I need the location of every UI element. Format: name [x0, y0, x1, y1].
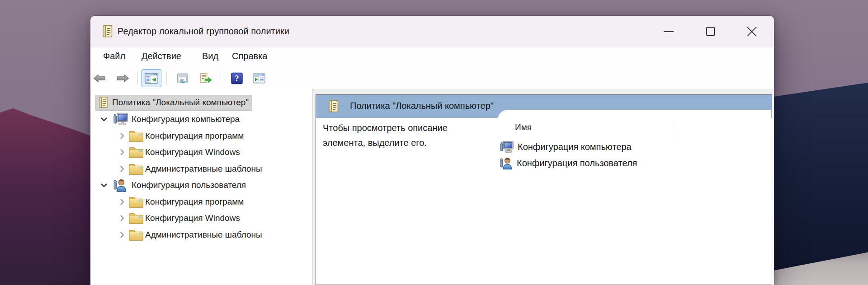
- folder-icon: [128, 129, 144, 143]
- tree-item-label: Конфигурация компьютера: [132, 114, 240, 124]
- description-line: Чтобы просмотреть описание: [323, 121, 448, 135]
- details-panel: Политика "Локальный компьютер" Чтобы про…: [316, 94, 772, 285]
- close-icon: [746, 26, 758, 37]
- tree-item-label: Конфигурация пользователя: [132, 180, 246, 190]
- console-content: Политика "Локальный компьютер" Конфигура…: [90, 89, 774, 285]
- folder-icon: [128, 211, 144, 225]
- show-console-tree-button[interactable]: [142, 69, 161, 87]
- minimize-button[interactable]: [656, 21, 682, 42]
- window-titlebar[interactable]: Редактор локальной групповой политики: [90, 16, 774, 47]
- folder-icon: [128, 162, 144, 176]
- gpo-scroll-icon: [98, 96, 108, 109]
- export-list-icon: [199, 72, 212, 84]
- folder-icon: [128, 228, 144, 242]
- gpedit-window: Редактор локальной групповой политики Фа…: [90, 16, 774, 285]
- gpo-scroll-icon: [101, 24, 113, 38]
- items-list-pane[interactable]: Имя Конфигурация компьютера Конфигурация…: [498, 110, 771, 284]
- chevron-right-icon[interactable]: [118, 165, 126, 173]
- tree-item-label: Конфигурация программ: [145, 197, 244, 207]
- maximize-button[interactable]: [698, 21, 724, 42]
- tree-item-label: Конфигурация программ: [145, 131, 244, 141]
- wallpaper-pink-hill: [0, 0, 93, 285]
- menu-bar: Файл Действие Вид Справка: [90, 47, 774, 67]
- show-action-pane-button[interactable]: [250, 69, 269, 87]
- list-item-label: Конфигурация пользователя: [517, 158, 637, 168]
- chevron-right-icon[interactable]: [118, 231, 126, 239]
- menu-file[interactable]: Файл: [103, 51, 125, 61]
- window-title: Редактор локальной групповой политики: [118, 26, 289, 37]
- gpo-scroll-icon: [327, 99, 340, 113]
- properties-button[interactable]: [174, 69, 192, 87]
- toolbar: [90, 67, 774, 89]
- user-icon: [113, 178, 127, 192]
- chevron-right-icon[interactable]: [118, 148, 126, 156]
- close-button[interactable]: [739, 21, 765, 42]
- tree-item-user-configuration[interactable]: Конфигурация пользователя: [91, 178, 321, 193]
- description-line: элемента, выделите его.: [323, 135, 448, 150]
- computer-icon: [500, 140, 514, 154]
- help-button[interactable]: [228, 69, 246, 87]
- description-text: Чтобы просмотреть описание элемента, выд…: [323, 121, 448, 150]
- console-tree-pane[interactable]: Политика "Локальный компьютер" Конфигура…: [91, 89, 312, 285]
- details-header-title: Политика "Локальный компьютер": [350, 101, 494, 111]
- chevron-right-icon[interactable]: [118, 198, 126, 206]
- menu-view[interactable]: Вид: [202, 51, 218, 61]
- folder-icon: [128, 145, 144, 159]
- back-icon: [94, 73, 105, 84]
- properties-icon: [177, 72, 189, 84]
- tree-item-label: Административные шаблоны: [145, 164, 262, 174]
- tree-item-admin-templates[interactable]: Административные шаблоны: [91, 161, 339, 177]
- chevron-right-icon[interactable]: [118, 214, 126, 222]
- toolbar-separator: [221, 71, 221, 85]
- help-icon: [231, 72, 243, 84]
- tree-item-label: Конфигурация Windows: [145, 213, 240, 223]
- back-button[interactable]: [90, 69, 108, 87]
- list-item-user-configuration[interactable]: Конфигурация пользователя: [500, 155, 637, 171]
- show-console-tree-icon: [145, 72, 158, 84]
- maximize-icon: [705, 26, 717, 37]
- menu-help[interactable]: Справка: [232, 51, 267, 61]
- wallpaper-blue-dune: [772, 0, 868, 285]
- tree-item-label: Конфигурация Windows: [145, 147, 240, 157]
- menu-action[interactable]: Действие: [142, 51, 181, 61]
- tree-item-computer-configuration[interactable]: Конфигурация компьютера: [91, 112, 321, 127]
- tree-item-windows-settings[interactable]: Конфигурация Windows: [91, 210, 339, 226]
- tree-root-selection[interactable]: Политика "Локальный компьютер": [95, 95, 252, 111]
- minimize-icon: [663, 26, 675, 37]
- list-item-computer-configuration[interactable]: Конфигурация компьютера: [500, 139, 632, 155]
- forward-icon: [117, 73, 129, 84]
- tree-item-admin-templates[interactable]: Административные шаблоны: [91, 227, 339, 243]
- list-item-label: Конфигурация компьютера: [518, 142, 632, 152]
- toolbar-separator: [166, 71, 167, 85]
- screen: Редактор локальной групповой политики Фа…: [0, 0, 868, 285]
- computer-icon: [113, 112, 128, 126]
- toolbar-separator: [137, 71, 138, 85]
- folder-icon: [128, 195, 144, 209]
- tree-item-label: Административные шаблоны: [145, 230, 262, 240]
- forward-button[interactable]: [114, 69, 132, 87]
- tree-item-software-settings[interactable]: Конфигурация программ: [91, 128, 339, 144]
- tree-item-software-settings[interactable]: Конфигурация программ: [91, 194, 339, 210]
- export-list-button[interactable]: [196, 69, 215, 87]
- user-icon: [500, 157, 513, 170]
- column-divider[interactable]: [673, 121, 673, 139]
- tree-item-label: Политика "Локальный компьютер": [112, 98, 249, 107]
- show-action-pane-icon: [253, 72, 265, 84]
- chevron-right-icon[interactable]: [118, 132, 126, 140]
- chevron-down-icon[interactable]: [100, 115, 108, 123]
- tree-root-item[interactable]: Политика "Локальный компьютер": [91, 95, 316, 110]
- chevron-down-icon[interactable]: [100, 181, 108, 189]
- column-header-name[interactable]: Имя: [515, 122, 532, 132]
- tree-item-windows-settings[interactable]: Конфигурация Windows: [91, 145, 339, 160]
